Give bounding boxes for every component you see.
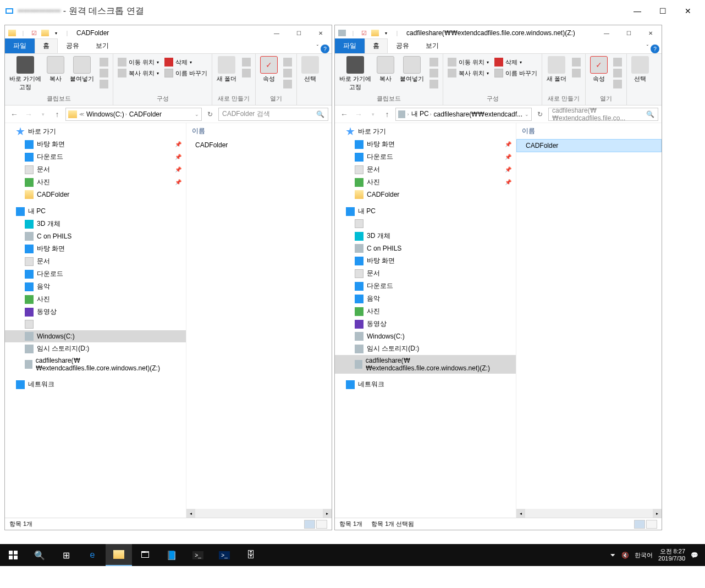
- forward-button[interactable]: →: [352, 108, 365, 120]
- nav-drive-d[interactable]: 임시 스토리지(D:): [5, 342, 186, 355]
- close-button[interactable]: ✕: [640, 26, 662, 40]
- column-header-name[interactable]: 이름: [186, 123, 332, 139]
- scroll-left-icon[interactable]: ◂: [516, 509, 525, 518]
- properties-button[interactable]: 속성: [258, 55, 280, 84]
- nav-this-pc[interactable]: 내 PC: [5, 205, 186, 218]
- rdp-close-button[interactable]: ✕: [675, 3, 701, 19]
- view-details-button[interactable]: [304, 520, 315, 529]
- nav-videos[interactable]: 동영상: [335, 318, 516, 330]
- newfolder-button[interactable]: 새 폴더: [214, 55, 239, 84]
- qa-menu-icon[interactable]: ▾: [51, 28, 61, 38]
- tab-file[interactable]: 파일: [335, 38, 365, 53]
- nav-pictures-pc[interactable]: 사진: [5, 293, 186, 306]
- nav-cadfolder[interactable]: CADFolder: [335, 188, 516, 201]
- pin-button[interactable]: 바로 가기에 고정: [337, 55, 373, 92]
- up-button[interactable]: ↑: [51, 108, 63, 120]
- newfolder-button[interactable]: 새 폴더: [544, 55, 569, 84]
- forward-button[interactable]: →: [23, 108, 35, 120]
- nav-pictures-pc[interactable]: 사진: [335, 305, 516, 318]
- pasteshortcut-button[interactable]: [97, 79, 111, 89]
- delete-button[interactable]: 삭제▾: [492, 57, 539, 67]
- maximize-button[interactable]: ☐: [288, 26, 310, 40]
- close-button[interactable]: ✕: [310, 26, 332, 40]
- view-icons-button[interactable]: [646, 520, 657, 529]
- moveto-button[interactable]: 이동 위치▾: [115, 57, 161, 67]
- copypath-button[interactable]: [427, 68, 440, 78]
- qa-dropdown-icon[interactable]: [370, 28, 380, 38]
- ime-label[interactable]: 한국어: [635, 551, 653, 559]
- column-header-name[interactable]: 이름: [516, 123, 662, 139]
- properties-button[interactable]: 속성: [588, 55, 610, 84]
- search-input[interactable]: CADFolder 검색 🔍: [218, 108, 328, 121]
- nav-drive-z[interactable]: cadfileshare(₩₩extendcadfiles.file.core.…: [5, 355, 186, 374]
- volume-icon[interactable]: 🔇: [621, 552, 629, 559]
- qa-menu-icon[interactable]: ▾: [381, 28, 391, 38]
- breadcrumb-dropdown[interactable]: ⌄: [525, 112, 529, 117]
- nav-downloads[interactable]: 다운로드📌: [5, 151, 186, 163]
- taskview-button[interactable]: ⊞: [53, 544, 79, 566]
- cut-button[interactable]: [427, 57, 440, 67]
- select-button[interactable]: 선택: [299, 55, 321, 84]
- ribbon-collapse-icon[interactable]: ˇ: [647, 45, 648, 53]
- breadcrumb[interactable]: ≪ Windows(C:)› CADFolder ⌄: [65, 108, 202, 121]
- crumb-folder[interactable]: CADFolder: [129, 110, 162, 118]
- app1-button[interactable]: 🗔: [132, 544, 158, 566]
- rename-button[interactable]: 이름 바꾸기: [492, 68, 539, 78]
- nav-blank-item[interactable]: [5, 318, 186, 330]
- tab-home[interactable]: 홈: [365, 38, 388, 53]
- up-button[interactable]: ↑: [381, 108, 393, 120]
- minimize-button[interactable]: —: [266, 26, 288, 40]
- ribbon-collapse-icon[interactable]: ˇ: [317, 45, 318, 53]
- copyto-button[interactable]: 복사 위치▾: [445, 68, 491, 78]
- nav-drive-c[interactable]: Windows(C:): [335, 330, 516, 342]
- nav-blank-item[interactable]: [335, 218, 516, 230]
- view-icons-button[interactable]: [316, 520, 327, 529]
- nav-quick-access[interactable]: 바로 가기: [5, 125, 186, 138]
- nav-music[interactable]: 음악: [5, 280, 186, 293]
- delete-button[interactable]: 삭제▾: [162, 57, 210, 67]
- server-manager-button[interactable]: 🗄: [238, 544, 264, 566]
- nav-downloads-pc[interactable]: 다운로드: [5, 268, 186, 280]
- nav-cadfolder[interactable]: CADFolder: [5, 188, 186, 201]
- copy-button[interactable]: 복사: [374, 55, 396, 84]
- nav-desktop[interactable]: 바탕 화면📌: [5, 138, 186, 151]
- nav-pictures[interactable]: 사진📌: [5, 176, 186, 188]
- nav-videos[interactable]: 동영상: [5, 306, 186, 318]
- qa-props-icon[interactable]: ☑: [29, 28, 39, 38]
- explorer-button[interactable]: [106, 544, 132, 566]
- breadcrumb[interactable]: › 내 PC› cadfileshare(₩₩extendcadf... ⌄: [395, 108, 532, 121]
- recent-dropdown[interactable]: ▾: [367, 108, 379, 120]
- nav-downloads[interactable]: 다운로드📌: [335, 151, 516, 163]
- tab-file[interactable]: 파일: [5, 38, 35, 53]
- history-button[interactable]: [611, 79, 624, 89]
- nav-c-on-phils[interactable]: C on PHILS: [5, 230, 186, 242]
- pin-button[interactable]: 바로 가기에 고정: [7, 55, 43, 92]
- rdp-maximize-button[interactable]: ☐: [650, 3, 675, 19]
- nav-documents-pc[interactable]: 문서: [5, 255, 186, 268]
- nav-desktop[interactable]: 바탕 화면📌: [335, 138, 516, 151]
- breadcrumb-dropdown[interactable]: ⌄: [195, 112, 199, 117]
- tab-view[interactable]: 보기: [417, 38, 447, 53]
- nav-documents[interactable]: 문서📌: [335, 163, 516, 176]
- nav-3d-objects[interactable]: 3D 개체: [335, 230, 516, 242]
- recent-dropdown[interactable]: ▾: [37, 108, 49, 120]
- moveto-button[interactable]: 이동 위치▾: [445, 57, 491, 67]
- maximize-button[interactable]: ☐: [618, 26, 640, 40]
- easyaccess-button[interactable]: [570, 68, 583, 78]
- copy-button[interactable]: 복사: [45, 55, 67, 84]
- scroll-right-icon[interactable]: ▸: [653, 509, 662, 518]
- clock[interactable]: 오전 8:27 2019/7/30: [658, 548, 685, 562]
- nav-this-pc[interactable]: 내 PC: [335, 205, 516, 218]
- open-button[interactable]: [281, 57, 294, 67]
- notifications-icon[interactable]: 💬: [691, 552, 698, 559]
- content-pane[interactable]: 이름 CADFolder ◂ ▸: [186, 123, 332, 518]
- refresh-button[interactable]: ↻: [534, 108, 546, 120]
- ie-button[interactable]: e: [79, 544, 106, 566]
- navigation-pane[interactable]: 바로 가기 바탕 화면📌 다운로드📌 문서📌 사진📌 CADFolder 내 P…: [5, 123, 186, 518]
- horizontal-scrollbar[interactable]: ◂ ▸: [186, 509, 332, 518]
- paste-button[interactable]: 붙여넣기: [68, 55, 96, 84]
- crumb-drive[interactable]: cadfileshare(₩₩extendcadf...: [434, 110, 522, 118]
- rdp-minimize-button[interactable]: —: [625, 3, 650, 19]
- tab-share[interactable]: 공유: [58, 38, 87, 53]
- newitem-button[interactable]: [240, 57, 253, 67]
